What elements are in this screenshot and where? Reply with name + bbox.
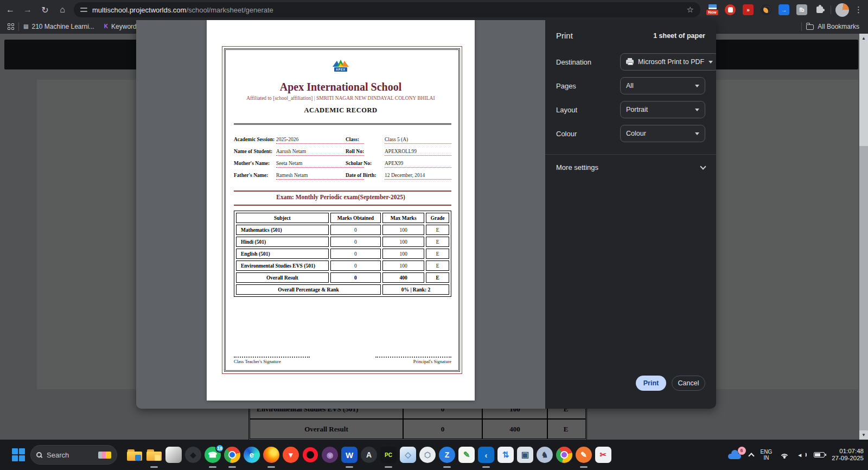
bookmark-star-icon[interactable]: ☆ — [687, 5, 694, 15]
taskbar-search[interactable]: Search — [30, 445, 117, 465]
zalo-blue-app[interactable]: Z — [438, 446, 456, 463]
battery-icon[interactable] — [814, 452, 825, 458]
bookmark-item[interactable]: ▤210 Machine Learni... — [23, 23, 94, 30]
address-bar[interactable]: multischool.projectworlds.com/school/mar… — [74, 2, 700, 17]
ext-share-arrow-icon[interactable]: → — [777, 3, 790, 16]
forward-icon[interactable]: → — [21, 3, 35, 17]
edge[interactable]: e — [243, 446, 260, 463]
url-text: multischool.projectworlds.com/school/mar… — [92, 6, 273, 14]
cancel-button[interactable]: Cancel — [672, 376, 705, 391]
file-explorer[interactable] — [145, 446, 163, 463]
more-settings-label: More settings — [556, 163, 598, 172]
notes-editor-app[interactable]: ✎ — [458, 446, 475, 463]
ext-moon-swirl-icon[interactable] — [760, 3, 773, 16]
site-settings-icon[interactable] — [80, 7, 87, 12]
chrome[interactable] — [224, 446, 241, 463]
snipping-tool[interactable]: ✂ — [595, 446, 612, 463]
ext-new-badge-icon[interactable]: New — [706, 3, 719, 16]
opera[interactable] — [302, 446, 319, 463]
print-setting-row: PagesAll — [556, 77, 705, 94]
hexagon-cube-app[interactable]: ⬡ — [419, 446, 436, 463]
menu-kebab-icon[interactable]: ⋮ — [854, 5, 863, 15]
scrollbar-thumb[interactable] — [859, 43, 868, 146]
profile-avatar[interactable] — [835, 3, 849, 17]
more-settings-button[interactable]: More settings — [545, 155, 716, 180]
remote-desktop-app[interactable]: ▣ — [516, 446, 534, 463]
column-header: Marks Obtained — [330, 213, 381, 223]
search-widget-thumbnail — [100, 452, 111, 459]
marksheet-document: APEX Apex International School Affiliate… — [207, 20, 475, 401]
dark-utility-app[interactable]: ◆ — [184, 446, 202, 463]
reload-icon[interactable]: ↻ — [38, 3, 52, 17]
opera-icon — [303, 447, 318, 462]
cube-3d-app-icon: ◇ — [400, 447, 416, 463]
dropdown-pages[interactable]: All — [620, 77, 705, 94]
volume-icon[interactable]: ◄ — [797, 452, 807, 458]
student-info-row: Name of Student:Aarush NetamRoll No:APEX… — [207, 147, 475, 159]
all-bookmarks-button[interactable]: All Bookmarks — [806, 23, 859, 30]
ext-fast-forward-icon[interactable]: » — [742, 3, 755, 16]
print-button[interactable]: Print — [636, 376, 666, 391]
dropdown-layout[interactable]: Portrait — [620, 101, 705, 118]
value-cell: E — [426, 237, 449, 247]
apps-grid-icon[interactable] — [8, 23, 14, 30]
print-setting-row: LayoutPortrait — [556, 101, 705, 118]
brave[interactable]: ▼ — [282, 446, 299, 463]
running-indicator — [580, 466, 588, 468]
page-scrollbar[interactable]: ▲ ▼ — [859, 34, 868, 440]
principal-signature-label: Principal's Signature — [375, 359, 451, 364]
dropdown-destination[interactable]: Microsoft Print to PDF — [620, 53, 716, 71]
sheet-count: 1 sheet of paper — [653, 32, 705, 40]
dropdown-colour[interactable]: Colour — [620, 125, 705, 142]
school-affiliation: Affiliated to [school_affiliation] | SMR… — [207, 96, 475, 101]
search-icon — [36, 452, 42, 458]
folder-icon — [806, 24, 814, 30]
home-icon[interactable]: ⌂ — [55, 3, 69, 17]
cloud-sync-icon[interactable]: 6 — [728, 450, 742, 460]
snipping-tool-icon: ✂ — [595, 447, 611, 463]
adblock-icon[interactable] — [724, 3, 737, 16]
overall-cell: E — [426, 272, 449, 283]
pycharm[interactable]: PC — [380, 446, 397, 463]
language-indicator[interactable]: ENGIN — [761, 449, 773, 461]
chevron-down-icon — [700, 163, 706, 169]
clock[interactable]: 01:07:48 27-09-2025 — [832, 448, 864, 462]
value-cell: E — [426, 249, 449, 259]
print-settings-fields: DestinationMicrosoft Print to PDFPagesAl… — [545, 40, 716, 142]
secure-transfer-app[interactable]: ⇅ — [497, 446, 514, 463]
scroll-up-icon[interactable]: ▲ — [859, 34, 868, 43]
scroll-down-icon[interactable]: ▼ — [859, 430, 868, 440]
notification-badge: 18 — [215, 444, 224, 453]
onedrive-folder[interactable] — [126, 446, 143, 463]
vscode[interactable]: ‹ — [477, 446, 495, 463]
whatsapp[interactable]: ☎18 — [204, 446, 221, 463]
info-value: 12 December, 2014 — [385, 173, 451, 180]
info-value: APEXROLL99 — [385, 149, 451, 156]
remote-desktop-app-icon: ▣ — [517, 447, 533, 463]
running-indicator — [150, 466, 158, 468]
photos-app[interactable] — [165, 446, 182, 463]
pencil-orange-app[interactable]: ✎ — [575, 446, 592, 463]
start-button[interactable] — [12, 448, 25, 461]
student-info-row: Academic Session:2025-2026Class:Class 5 … — [207, 135, 475, 147]
footer-label-cell: Overall Percentage & Rank — [236, 284, 381, 295]
browser-dev-app[interactable] — [556, 446, 573, 463]
word[interactable]: W — [341, 446, 358, 463]
firefox-icon — [263, 447, 279, 463]
circle-a-app[interactable]: A — [360, 446, 378, 463]
print-settings-panel: Print 1 sheet of paper DestinationMicros… — [545, 20, 716, 409]
browser-dev-app-icon — [556, 447, 572, 463]
postgresql[interactable]: ♞ — [536, 446, 553, 463]
extensions-puzzle-icon[interactable] — [813, 3, 826, 16]
info-label: Mother's Name: — [234, 161, 270, 166]
tor-browser[interactable]: ◉ — [321, 446, 339, 463]
ext-fb-icon[interactable]: fb — [795, 3, 808, 16]
firefox[interactable] — [263, 446, 280, 463]
back-icon[interactable]: ← — [3, 3, 17, 17]
system-tray: 6 ENGIN ◄ 01:07:48 27-09-2025 — [728, 440, 864, 470]
tray-expand-icon[interactable] — [748, 453, 754, 459]
wifi-icon[interactable] — [779, 451, 790, 459]
cube-3d-app[interactable]: ◇ — [399, 446, 417, 463]
dropdown-value: Microsoft Print to PDF — [638, 58, 704, 66]
school-name: Apex International School — [207, 81, 475, 93]
